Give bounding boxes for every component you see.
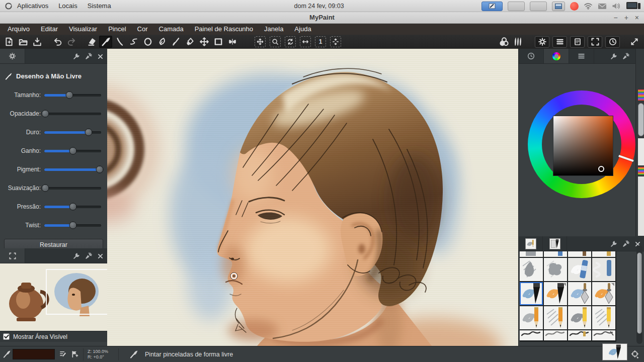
brush-thumbnail[interactable]	[544, 282, 567, 305]
canvas[interactable]	[107, 49, 518, 346]
slider-knob[interactable]	[85, 129, 93, 136]
title-bar[interactable]: MyPaint − + ×	[0, 12, 644, 24]
scratchpad-toggle[interactable]	[570, 36, 585, 48]
brush-thumbnail[interactable]	[544, 306, 567, 329]
brush-thumbnail[interactable]	[568, 282, 591, 305]
panel-options-icon[interactable]	[610, 240, 617, 247]
reset-view-icon[interactable]: 1	[315, 36, 326, 47]
brush-thumbnail[interactable]	[568, 306, 591, 329]
brush-list-toggle-icon[interactable]	[512, 36, 525, 48]
slider-track[interactable]	[44, 94, 101, 97]
slider-track[interactable]	[44, 168, 101, 171]
distro-logo-icon[interactable]	[5, 2, 13, 10]
edit-color-icon[interactable]	[59, 350, 67, 358]
ellipse-icon[interactable]	[141, 36, 154, 48]
menu-arquivo[interactable]: Arquivo	[2, 24, 35, 35]
menu-locais[interactable]: Locais	[58, 2, 77, 10]
tab-color-layers[interactable]	[569, 49, 594, 63]
volume-icon[interactable]	[612, 3, 621, 10]
tab-color-history[interactable]	[519, 49, 544, 63]
pan-view-icon[interactable]	[255, 36, 266, 47]
panel-options-icon[interactable]	[610, 53, 617, 60]
brush-scrollbar-thumb[interactable]	[637, 252, 642, 334]
panel-detach-icon[interactable]	[85, 252, 92, 259]
freehand-brush-icon[interactable]	[99, 36, 112, 48]
flood-fill-icon[interactable]	[184, 36, 197, 48]
taskbar-window-button[interactable]	[530, 2, 547, 11]
brush-thumbnail[interactable]	[568, 251, 591, 257]
current-brush-preview[interactable]	[602, 343, 627, 360]
panel-options-icon[interactable]	[73, 53, 80, 60]
move-layer-icon[interactable]	[198, 36, 211, 48]
tab-color-wheel[interactable]	[544, 49, 569, 63]
collapsed-edge-strip[interactable]	[635, 49, 644, 236]
brush-thumbnail[interactable]	[520, 251, 543, 257]
panel-detach-icon[interactable]	[622, 240, 629, 247]
save-file-icon[interactable]	[31, 36, 44, 48]
sv-marker[interactable]	[598, 166, 604, 172]
minimize-button[interactable]: −	[613, 13, 617, 22]
pick-color-icon[interactable]	[170, 36, 183, 48]
tab-preview[interactable]	[0, 248, 25, 263]
slider-track[interactable]	[44, 206, 101, 208]
show-desktop-button[interactable]	[552, 2, 565, 11]
slider-knob[interactable]	[65, 92, 73, 99]
visible-area-checkbox[interactable]	[3, 333, 10, 340]
panel-detach-icon[interactable]	[622, 53, 629, 60]
slider-track[interactable]	[44, 224, 101, 227]
menu-visualizar[interactable]: Visualizar	[63, 24, 103, 35]
current-brush-icon[interactable]	[3, 350, 11, 358]
menu-cor[interactable]: Cor	[132, 24, 153, 35]
slider-knob[interactable]	[69, 222, 76, 229]
brush-thumbnail[interactable]	[544, 258, 567, 281]
slider-knob[interactable]	[42, 110, 49, 118]
brush-thumbnail[interactable]	[568, 258, 591, 281]
taskbar-mypaint-button[interactable]	[481, 2, 503, 11]
record-icon[interactable]	[570, 2, 579, 11]
undo-icon[interactable]	[51, 36, 64, 48]
brush-thumbnail[interactable]	[544, 251, 567, 257]
fullscreen-toggle[interactable]	[588, 36, 602, 48]
zoom-view-icon[interactable]	[270, 36, 281, 47]
brush-thumbnail[interactable]	[568, 330, 591, 340]
mirror-view-icon[interactable]	[300, 36, 311, 47]
brush-thumbnail-selected[interactable]	[520, 282, 543, 305]
panel-detach-icon[interactable]	[85, 53, 92, 60]
saturation-value-square[interactable]	[553, 116, 613, 176]
maximize-button[interactable]: +	[624, 13, 628, 22]
canvas-preview-thumbnail[interactable]	[0, 263, 107, 331]
display-icon[interactable]	[626, 2, 641, 11]
menu-painel-rascunho[interactable]: Painel de Rascunho	[189, 24, 259, 35]
edit-frame-icon[interactable]	[212, 36, 225, 48]
menu-ajuda[interactable]: Ajuda	[289, 24, 316, 35]
slider-knob[interactable]	[96, 166, 103, 173]
panel-close-icon[interactable]	[97, 253, 104, 259]
brush-thumbnail[interactable]	[544, 330, 567, 340]
menu-editar[interactable]: Editar	[35, 24, 63, 35]
current-color-swatch[interactable]	[13, 349, 55, 359]
new-file-icon[interactable]	[3, 36, 16, 48]
clock[interactable]: dom 24 fev, 09:03	[294, 3, 344, 10]
mail-icon[interactable]	[598, 3, 607, 10]
color-wheel-toggle-icon[interactable]	[498, 36, 511, 48]
eraser-icon[interactable]	[85, 36, 98, 48]
slider-track[interactable]	[44, 150, 101, 152]
brush-thumbnail[interactable]	[592, 306, 615, 329]
brush-settings-toggle[interactable]	[535, 36, 549, 48]
slider-track[interactable]	[44, 113, 101, 115]
taskbar-window-button[interactable]	[508, 2, 525, 11]
tab-brush-group-2[interactable]	[543, 236, 567, 251]
panel-options-icon[interactable]	[73, 252, 80, 259]
brush-scrollbar[interactable]	[636, 245, 642, 344]
redo-icon[interactable]	[65, 36, 78, 48]
slider-knob[interactable]	[69, 203, 76, 211]
slider-track[interactable]	[44, 187, 101, 190]
menu-pincel[interactable]: Pincel	[103, 24, 131, 35]
slider-knob[interactable]	[42, 185, 49, 192]
close-button[interactable]: ×	[635, 13, 639, 22]
panel-close-icon[interactable]	[97, 53, 104, 60]
bookmark-color-icon[interactable]	[71, 350, 79, 358]
inking-icon[interactable]	[155, 36, 169, 48]
slider-knob[interactable]	[69, 147, 76, 155]
straight-line-icon[interactable]	[113, 36, 126, 48]
